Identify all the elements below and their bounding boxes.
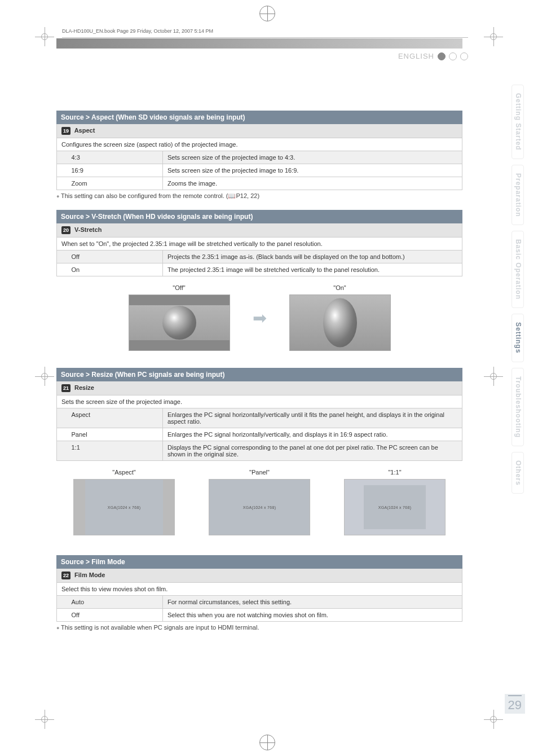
side-tab-getting-started[interactable]: Getting Started (511, 85, 524, 159)
option-name: On (67, 263, 163, 276)
resize-illustration: "Aspect" XGA(1024 x 768) "Panel" XGA(102… (56, 469, 462, 535)
sphere-icon (323, 298, 357, 348)
table-row: OffProjects the 2.35:1 image as-is. (Bla… (57, 250, 462, 263)
option-name: Panel (67, 428, 163, 441)
language-indicator: ENGLISH (398, 52, 468, 60)
table-row: ZoomZooms the image. (57, 177, 462, 190)
dot-empty-icon (449, 52, 457, 60)
page-body: DLA-HD100U_EN.book Page 29 Friday, Octob… (56, 28, 491, 641)
table-row: OnThe projected 2.35:1 image will be str… (57, 263, 462, 276)
option-name: Zoom (67, 177, 163, 190)
option-value: Enlarges the PC signal horizontally/vert… (163, 408, 462, 428)
option-value: Displays the PC signal corresponding to … (163, 441, 462, 461)
illus-label-off: "Off" (129, 284, 230, 291)
option-value: Sets screen size of the projected image … (163, 164, 462, 177)
table-row: AspectEnlarges the PC signal horizontall… (57, 408, 462, 428)
content-area: Source > Aspect (When SD video signals a… (56, 111, 462, 631)
subsection-label: Aspect (74, 127, 95, 134)
option-name: Off (67, 250, 163, 263)
section-title-resize: Source > Resize (When PC signals are bei… (56, 368, 462, 381)
option-value: For normal circumstances, select this se… (163, 596, 462, 609)
resolution-label: XGA(1024 x 768) (364, 485, 426, 529)
dot-empty-icon (460, 52, 468, 60)
crop-mark-icon (35, 710, 54, 729)
table-row: AutoFor normal circumstances, select thi… (57, 596, 462, 609)
table-row: 4:3Sets screen size of the projected ima… (57, 151, 462, 164)
illus-label-on: "On" (289, 284, 391, 291)
options-table-vstretch: OffProjects the 2.35:1 image as-is. (Bla… (56, 250, 462, 276)
subsection-label: Film Mode (74, 572, 105, 578)
table-row: PanelEnlarges the PC signal horizontally… (57, 428, 462, 441)
item-number-badge: 21 (61, 384, 70, 392)
side-tab-settings[interactable]: Settings (511, 314, 524, 362)
screen-preview-one: XGA(1024 x 768) (344, 479, 446, 535)
option-value: Select this when you are not watching mo… (163, 609, 462, 622)
illus-label-one: "1:1" (344, 469, 446, 476)
note-text: This setting is not available when PC si… (56, 624, 462, 631)
table-row: OffSelect this when you are not watching… (57, 609, 462, 622)
screen-preview-off (129, 295, 230, 351)
language-label: ENGLISH (398, 52, 434, 60)
item-number-badge: 22 (61, 572, 70, 579)
subsection-resize: 21 Resize (56, 381, 462, 395)
registration-mark-icon (259, 735, 275, 750)
option-name: Aspect (67, 408, 163, 428)
option-name: Auto (67, 596, 163, 609)
illus-label-aspect: "Aspect" (73, 469, 175, 476)
subsection-label: V-Stretch (74, 226, 102, 233)
subsection-vstretch: 20 V-Stretch (56, 223, 462, 238)
option-name: Off (67, 609, 163, 622)
side-tab-troubleshooting[interactable]: Troubleshooting (511, 368, 524, 446)
section-title-aspect: Source > Aspect (When SD video signals a… (56, 111, 462, 124)
vstretch-illustration: "Off" ➡ "On" (56, 284, 462, 351)
crop-mark-icon (35, 367, 54, 386)
option-value: The projected 2.35:1 image will be stret… (163, 263, 462, 276)
side-tabs: Getting Started Preparation Basic Operat… (511, 85, 524, 494)
options-table-resize: AspectEnlarges the PC signal horizontall… (56, 408, 462, 461)
option-value: Zooms the image. (163, 177, 462, 190)
item-number-badge: 20 (61, 226, 70, 234)
screen-preview-panel: XGA(1024 x 768) (209, 479, 310, 535)
book-meta: DLA-HD100U_EN.book Page 29 Friday, Octob… (56, 28, 491, 34)
dot-filled-icon (438, 52, 446, 60)
crop-mark-icon (484, 710, 503, 729)
note-text: This setting can also be configured from… (56, 192, 462, 200)
side-tab-others[interactable]: Others (511, 452, 524, 494)
option-value: Enlarges the PC signal horizontally/vert… (163, 428, 462, 441)
section-description: Sets the screen size of the projected im… (56, 395, 462, 408)
options-table-film: AutoFor normal circumstances, select thi… (56, 596, 462, 622)
option-name: 1:1 (67, 441, 163, 461)
subsection-aspect: 19 Aspect (56, 124, 462, 138)
arrow-right-icon: ➡ (253, 308, 267, 328)
side-tab-basic-operation[interactable]: Basic Operation (511, 231, 524, 308)
side-tab-preparation[interactable]: Preparation (511, 165, 524, 226)
page-number: 29 (505, 694, 525, 714)
registration-mark-icon (259, 6, 275, 21)
option-value: Sets screen size of the projected image … (163, 151, 462, 164)
illus-label-panel: "Panel" (209, 469, 310, 476)
resolution-label: XGA(1024 x 768) (85, 480, 164, 535)
table-row: 16:9Sets screen size of the projected im… (57, 164, 462, 177)
section-title-vstretch: Source > V-Stretch (When HD video signal… (56, 210, 462, 223)
option-value: Projects the 2.35:1 image as-is. (Black … (163, 250, 462, 263)
table-row: 1:1Displays the PC signal corresponding … (57, 441, 462, 461)
screen-preview-on (289, 295, 391, 351)
option-name: 4:3 (67, 151, 163, 164)
item-number-badge: 19 (61, 127, 70, 135)
subsection-film: 22 Film Mode (56, 569, 462, 583)
section-description: Select this to view movies shot on film. (56, 583, 462, 596)
options-table-aspect: 4:3Sets screen size of the projected ima… (56, 151, 462, 190)
divider (62, 37, 468, 38)
section-description: When set to "On", the projected 2.35:1 i… (56, 238, 462, 250)
crop-mark-icon (35, 27, 54, 46)
section-title-film: Source > Film Mode (56, 555, 462, 569)
header-gradient (56, 38, 462, 49)
resolution-label: XGA(1024 x 768) (209, 480, 310, 535)
section-description: Configures the screen size (aspect ratio… (56, 138, 462, 151)
sphere-icon (162, 306, 196, 340)
screen-preview-aspect: XGA(1024 x 768) (73, 479, 175, 535)
option-name: 16:9 (67, 164, 163, 177)
subsection-label: Resize (74, 384, 94, 391)
